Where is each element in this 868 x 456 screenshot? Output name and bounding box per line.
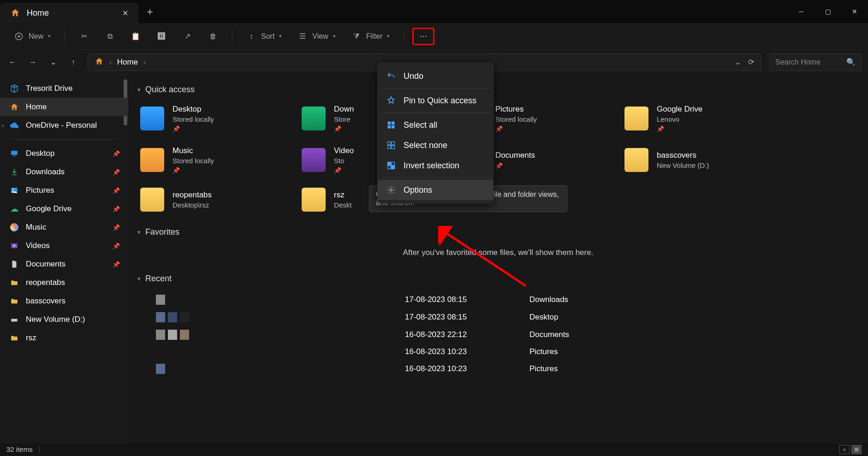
sidebar-item-rsz[interactable]: rsz xyxy=(0,329,128,347)
recent-item[interactable]: 17-08-2023 08:15Desktop xyxy=(137,308,859,326)
sidebar-item-google-drive[interactable]: ☁Google Drive📌 xyxy=(0,200,128,218)
sidebar-item-label: OneDrive - Personal xyxy=(26,121,97,130)
refresh-icon[interactable]: ⟳ xyxy=(748,58,754,66)
back-button[interactable]: ← xyxy=(6,56,18,68)
menu-item-invert-selection[interactable]: Invert selection xyxy=(378,155,493,176)
filter-label: Filter xyxy=(366,32,383,41)
item-title: reopentabs xyxy=(172,190,212,200)
folder-icon xyxy=(9,296,19,306)
pin-icon: 📌 xyxy=(172,167,214,174)
minimize-button[interactable]: ─ xyxy=(788,0,814,23)
svg-rect-8 xyxy=(388,122,391,125)
menu-item-undo[interactable]: Undo xyxy=(378,66,493,86)
folder-icon xyxy=(140,148,164,172)
menu-item-pin-to-quick-access[interactable]: Pin to Quick access xyxy=(378,90,493,111)
recent-locations-button[interactable]: ⌄ xyxy=(47,56,59,68)
item-title: rsz xyxy=(334,190,351,200)
item-title: Desktop xyxy=(172,105,214,114)
favorites-header[interactable]: ▾ Favorites xyxy=(137,227,859,237)
item-subtitle: Deskt xyxy=(334,201,351,209)
recent-header[interactable]: ▾ Recent xyxy=(137,274,859,284)
sidebar-item-new-volume-d-[interactable]: New Volume (D:) xyxy=(0,310,128,329)
delete-button[interactable]: 🗑 xyxy=(202,28,224,45)
folder-icon xyxy=(302,107,326,130)
recent-item[interactable]: 16-08-2023 10:23Pictures xyxy=(137,343,859,360)
cut-button[interactable]: ✂ xyxy=(73,28,95,45)
sidebar-item-pictures[interactable]: Pictures📌 xyxy=(0,181,128,200)
titlebar: Home ✕ ＋ ─ ▢ ✕ xyxy=(0,0,868,23)
svg-rect-13 xyxy=(392,142,395,145)
view-button[interactable]: ☰ View ▾ xyxy=(292,28,341,45)
sidebar-item-desktop[interactable]: Desktop📌 xyxy=(0,144,128,163)
up-button[interactable]: ↑ xyxy=(67,56,79,68)
sort-button[interactable]: ↕ Sort ▾ xyxy=(241,28,287,45)
search-input[interactable]: Search Home 🔍 xyxy=(769,53,862,71)
sidebar-item-label: Music xyxy=(26,223,46,232)
quick-access-item[interactable]: basscoversNew Volume (D:) xyxy=(622,143,774,177)
item-subtitle: Lenovo xyxy=(657,115,702,123)
quick-access-header[interactable]: ▾ Quick access xyxy=(137,85,859,95)
recent-item[interactable]: 16-08-2023 22:12Documents xyxy=(137,326,859,343)
chevron-right-icon: › xyxy=(143,59,146,66)
details-view-button[interactable]: ≡ xyxy=(839,445,850,454)
sidebar-item-tresorit-drive[interactable]: Tresorit Drive xyxy=(0,79,128,98)
folder-icon xyxy=(624,148,648,172)
trash-icon: 🗑 xyxy=(208,31,218,41)
close-tab-icon[interactable]: ✕ xyxy=(122,9,128,18)
folder-icon xyxy=(140,188,164,212)
chevron-down-icon: ▾ xyxy=(48,33,51,39)
sidebar-item-basscovers[interactable]: basscovers xyxy=(0,292,128,310)
sidebar-item-label: Videos xyxy=(26,241,50,250)
forward-button[interactable]: → xyxy=(27,56,39,68)
more-options-button[interactable]: ⋯ xyxy=(412,28,434,45)
menu-item-select-all[interactable]: Select all xyxy=(378,115,493,135)
filter-button[interactable]: ⧩ Filter ▾ xyxy=(346,28,396,45)
sidebar-item-music[interactable]: Music📌 xyxy=(0,218,128,237)
chevron-down-icon: ▾ xyxy=(279,33,282,39)
sidebar-item-documents[interactable]: Documents📌 xyxy=(0,255,128,273)
new-tab-button[interactable]: ＋ xyxy=(138,0,161,23)
pin-icon: 📌 xyxy=(495,162,535,169)
menu-item-select-none[interactable]: Select none xyxy=(378,135,493,155)
item-count: 32 items xyxy=(6,445,33,453)
history-dropdown-icon[interactable]: ⌄ xyxy=(735,58,741,66)
svg-rect-16 xyxy=(388,162,391,166)
new-button[interactable]: New ▾ xyxy=(8,28,56,45)
quick-access-item[interactable]: reopentabsDesktop\rsz xyxy=(137,185,290,214)
folder-icon xyxy=(9,333,19,343)
sidebar-item-home[interactable]: Home xyxy=(0,98,128,116)
pin-icon: 📌 xyxy=(113,261,120,268)
chevron-down-icon: ▾ xyxy=(137,86,141,93)
recent-item[interactable]: 16-08-2023 10:23Pictures xyxy=(137,360,859,378)
sidebar-item-videos[interactable]: Videos📌 xyxy=(0,237,128,255)
select-none-icon xyxy=(386,140,396,150)
share-icon: ↗ xyxy=(182,31,192,41)
paste-button[interactable]: 📋 xyxy=(125,28,146,45)
gear-icon xyxy=(386,185,396,195)
menu-item-options[interactable]: Options xyxy=(378,180,493,200)
more-icon: ⋯ xyxy=(418,31,428,41)
sidebar-item-downloads[interactable]: Downloads📌 xyxy=(0,163,128,181)
music-icon xyxy=(9,222,19,232)
quick-access-item[interactable]: MusicStored locally📌 xyxy=(137,143,290,177)
active-tab[interactable]: Home ✕ xyxy=(0,3,138,23)
quick-access-item[interactable]: DesktopStored locally📌 xyxy=(137,102,290,135)
item-subtitle: Stored locally xyxy=(172,157,214,165)
maximize-button[interactable]: ▢ xyxy=(814,0,841,23)
menu-item-label: Invert selection xyxy=(404,161,459,171)
sidebar-item-reopentabs[interactable]: reopentabs xyxy=(0,273,128,292)
thumbnails-view-button[interactable]: ▦ xyxy=(851,445,862,454)
quick-access-item[interactable]: Google DriveLenovo📌 xyxy=(622,102,774,135)
sidebar-item-label: rsz xyxy=(26,333,36,343)
sidebar-item-onedrive-personal[interactable]: ›OneDrive - Personal xyxy=(0,116,128,135)
rename-button[interactable]: 🅰 xyxy=(151,28,172,45)
share-button[interactable]: ↗ xyxy=(177,28,198,45)
copy-button[interactable]: ⧉ xyxy=(99,28,120,45)
breadcrumb-segment[interactable]: Home xyxy=(117,58,138,67)
svg-rect-19 xyxy=(392,166,395,169)
recent-date: 17-08-2023 08:15 xyxy=(405,313,529,322)
close-window-button[interactable]: ✕ xyxy=(841,0,868,23)
recent-item[interactable]: 17-08-2023 08:15Downloads xyxy=(137,291,859,308)
pin-icon: 📌 xyxy=(172,125,214,132)
tab-title: Home xyxy=(27,8,49,18)
